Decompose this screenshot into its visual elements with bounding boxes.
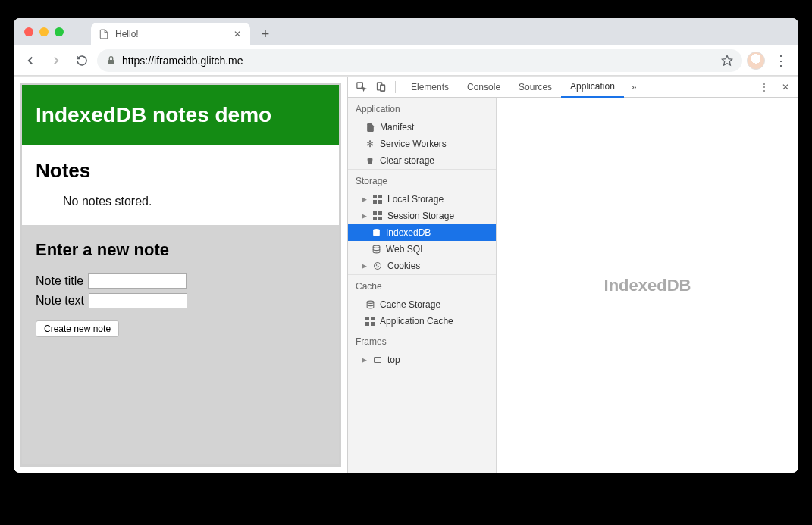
tab-console[interactable]: Console: [458, 77, 509, 98]
address-bar[interactable]: https://iframeidb.glitch.me: [97, 49, 742, 72]
svg-rect-7: [378, 195, 382, 198]
group-application-heading: Application: [348, 98, 496, 119]
sidebar-item-manifest[interactable]: Manifest: [348, 119, 496, 136]
sidebar-item-cache-storage[interactable]: Cache Storage: [348, 296, 496, 313]
notes-heading: Notes: [36, 159, 325, 183]
tab-application[interactable]: Application: [561, 77, 624, 98]
window-minimize-button[interactable]: [39, 27, 49, 36]
main-placeholder-text: IndexedDB: [604, 276, 691, 295]
new-note-form: Enter a new note Note title Note text Cr…: [22, 225, 339, 464]
window-zoom-button[interactable]: [55, 27, 64, 36]
sidebar-item-top[interactable]: ▶ top: [348, 352, 496, 368]
inspect-element-button[interactable]: [353, 79, 369, 95]
svg-point-15: [373, 245, 380, 248]
create-note-button[interactable]: Create new note: [36, 320, 119, 337]
database-icon: [365, 299, 375, 310]
form-heading: Enter a new note: [36, 240, 325, 260]
caret-right-icon: ▶: [362, 262, 368, 270]
tab-title: Hello!: [115, 29, 226, 39]
note-text-input[interactable]: [89, 293, 187, 308]
sidebar-item-label: Session Storage: [387, 211, 454, 221]
sidebar-item-local-storage[interactable]: ▶ Local Storage: [348, 191, 496, 208]
group-frames-heading: Frames: [348, 330, 496, 352]
frame-icon: [372, 355, 383, 365]
window-close-button[interactable]: [24, 27, 33, 36]
avatar[interactable]: [747, 52, 765, 70]
group-cache-heading: Cache: [348, 274, 496, 296]
svg-rect-11: [378, 211, 382, 215]
gear-icon: ✻: [365, 139, 375, 149]
cookie-icon: [372, 261, 383, 271]
file-icon: [365, 122, 375, 133]
grid-icon: [365, 316, 375, 327]
sidebar-item-cookies[interactable]: ▶ Cookies: [348, 258, 496, 274]
note-title-label: Note title: [36, 274, 83, 288]
sidebar-item-indexeddb[interactable]: IndexedDB: [348, 224, 496, 241]
group-storage-heading: Storage: [348, 169, 496, 191]
sidebar-item-label: Local Storage: [387, 194, 444, 205]
sidebar-item-label: Cache Storage: [380, 299, 440, 310]
forward-button[interactable]: [45, 50, 67, 71]
svg-point-20: [367, 301, 374, 303]
svg-marker-1: [722, 55, 732, 65]
page-header: IndexedDB notes demo: [22, 85, 339, 145]
svg-rect-9: [378, 200, 382, 204]
svg-rect-12: [373, 217, 377, 220]
svg-point-19: [377, 267, 378, 267]
browser-menu-button[interactable]: ⋮: [770, 52, 792, 69]
browser-toolbar: https://iframeidb.glitch.me ⋮: [14, 45, 798, 76]
note-text-field: Note text: [36, 293, 325, 308]
caret-right-icon: ▶: [362, 195, 368, 203]
notes-section: Notes No notes stored.: [22, 145, 339, 225]
page-viewport: IndexedDB notes demo Notes No notes stor…: [14, 77, 347, 473]
svg-point-17: [376, 265, 377, 266]
browser-window: Hello! ✕ + https://iframeidb.glitch.me ⋮: [14, 18, 798, 473]
new-tab-button[interactable]: +: [255, 23, 276, 45]
page-card: IndexedDB notes demo Notes No notes stor…: [20, 83, 341, 467]
browser-tab[interactable]: Hello! ✕: [91, 23, 250, 45]
sidebar-item-label: Service Workers: [380, 139, 447, 149]
content-area: IndexedDB notes demo Notes No notes stor…: [14, 76, 798, 473]
svg-rect-13: [378, 217, 382, 220]
svg-rect-24: [371, 322, 375, 326]
sidebar-item-service-workers[interactable]: ✻ Service Workers: [348, 136, 496, 152]
svg-rect-21: [365, 317, 369, 320]
svg-rect-23: [365, 322, 369, 326]
devtools-tabs: Elements Console Sources Application: [402, 77, 624, 98]
tabs-overflow-button[interactable]: »: [627, 82, 641, 92]
tab-sources[interactable]: Sources: [509, 77, 561, 98]
reload-button[interactable]: [71, 50, 92, 71]
grid-icon: [372, 211, 383, 221]
svg-rect-25: [375, 358, 381, 363]
sidebar-item-web-sql[interactable]: Web SQL: [348, 241, 496, 258]
sidebar-item-label: Manifest: [380, 122, 414, 133]
sidebar-item-label: IndexedDB: [386, 227, 431, 238]
back-button[interactable]: [20, 50, 41, 71]
sidebar-item-session-storage[interactable]: ▶ Session Storage: [348, 208, 496, 224]
svg-rect-22: [371, 317, 375, 320]
note-title-input[interactable]: [88, 273, 187, 289]
device-toggle-button[interactable]: [372, 79, 389, 95]
svg-rect-8: [373, 200, 377, 204]
devtools-header: Elements Console Sources Application » ⋮…: [348, 77, 798, 98]
sidebar-item-clear-storage[interactable]: Clear storage: [348, 152, 496, 169]
tab-strip: Hello! ✕ +: [14, 18, 798, 45]
sidebar-item-label: Application Cache: [380, 316, 453, 327]
tab-elements[interactable]: Elements: [402, 77, 458, 98]
svg-rect-6: [373, 195, 377, 198]
grid-icon: [372, 194, 383, 205]
sidebar-item-label: top: [387, 355, 400, 365]
note-text-label: Note text: [36, 294, 84, 308]
lock-icon: [106, 55, 116, 65]
devtools-menu-button[interactable]: ⋮: [756, 79, 773, 95]
caret-right-icon: ▶: [362, 212, 368, 220]
page-title: IndexedDB notes demo: [36, 103, 325, 127]
sidebar-item-label: Clear storage: [380, 155, 434, 166]
star-icon[interactable]: [721, 55, 733, 67]
devtools-close-button[interactable]: ✕: [777, 79, 794, 95]
close-icon[interactable]: ✕: [232, 27, 243, 41]
trash-icon: [365, 155, 375, 166]
svg-point-16: [375, 263, 381, 270]
sidebar-item-label: Cookies: [387, 261, 420, 271]
sidebar-item-application-cache[interactable]: Application Cache: [348, 313, 496, 330]
